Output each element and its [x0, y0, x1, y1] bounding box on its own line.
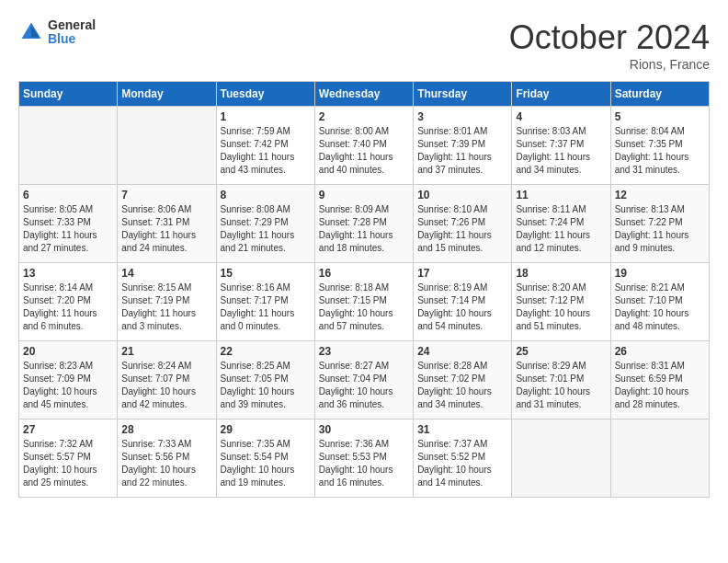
calendar-cell — [610, 419, 709, 498]
sunset-text: Sunset: 7:42 PM — [221, 139, 289, 149]
cell-content: Sunrise: 8:19 AMSunset: 7:14 PMDaylight:… — [417, 282, 507, 333]
sunrise-text: Sunrise: 7:36 AM — [319, 439, 389, 449]
daylight-text: Daylight: 10 hours and 25 minutes. — [23, 465, 97, 488]
sunrise-text: Sunrise: 7:32 AM — [23, 439, 93, 449]
day-number: 9 — [319, 189, 409, 201]
sunset-text: Sunset: 6:59 PM — [615, 373, 683, 384]
calendar-cell: 10Sunrise: 8:10 AMSunset: 7:26 PMDayligh… — [414, 185, 512, 263]
day-number: 16 — [319, 267, 409, 280]
daylight-text: Daylight: 10 hours and 14 minutes. — [417, 465, 492, 488]
cell-content: Sunrise: 8:29 AMSunset: 7:01 PMDaylight:… — [516, 360, 606, 411]
calendar-cell: 28Sunrise: 7:33 AMSunset: 5:56 PMDayligh… — [118, 419, 216, 498]
cell-content: Sunrise: 8:08 AMSunset: 7:29 PMDaylight:… — [221, 203, 311, 255]
daylight-text: Daylight: 11 hours and 0 minutes. — [221, 308, 295, 331]
day-header-friday: Friday — [512, 82, 610, 107]
day-number: 8 — [221, 189, 311, 201]
sunrise-text: Sunrise: 8:24 AM — [121, 361, 191, 371]
daylight-text: Daylight: 10 hours and 31 minutes. — [516, 386, 590, 409]
cell-content: Sunrise: 7:33 AMSunset: 5:56 PMDaylight:… — [121, 438, 211, 489]
cell-content: Sunrise: 8:14 AMSunset: 7:20 PMDaylight:… — [23, 282, 113, 333]
cell-content: Sunrise: 8:25 AMSunset: 7:05 PMDaylight:… — [221, 360, 311, 411]
sunset-text: Sunset: 5:54 PM — [221, 452, 289, 462]
sunset-text: Sunset: 7:35 PM — [615, 139, 683, 149]
sunrise-text: Sunrise: 8:11 AM — [516, 204, 586, 214]
sunset-text: Sunset: 7:37 PM — [516, 139, 584, 149]
cell-content: Sunrise: 8:13 AMSunset: 7:22 PMDaylight:… — [615, 203, 705, 255]
sunrise-text: Sunrise: 8:10 AM — [417, 204, 487, 214]
logo-general-text: General — [48, 18, 96, 32]
sunrise-text: Sunrise: 8:03 AM — [516, 126, 586, 136]
calendar-cell: 4Sunrise: 8:03 AMSunset: 7:37 PMDaylight… — [512, 107, 610, 185]
cell-content: Sunrise: 8:00 AMSunset: 7:40 PMDaylight:… — [319, 125, 409, 177]
calendar-week-row: 6Sunrise: 8:05 AMSunset: 7:33 PMDaylight… — [19, 185, 710, 263]
cell-content: Sunrise: 7:36 AMSunset: 5:53 PMDaylight:… — [319, 438, 409, 489]
daylight-text: Daylight: 11 hours and 15 minutes. — [417, 230, 492, 253]
calendar-cell: 3Sunrise: 8:01 AMSunset: 7:39 PMDaylight… — [414, 107, 512, 185]
month-title: October 2024 — [509, 18, 710, 57]
daylight-text: Daylight: 10 hours and 39 minutes. — [221, 386, 295, 409]
calendar-cell: 17Sunrise: 8:19 AMSunset: 7:14 PMDayligh… — [414, 263, 512, 341]
sunset-text: Sunset: 7:26 PM — [417, 217, 485, 227]
day-header-sunday: Sunday — [19, 82, 118, 107]
cell-content: Sunrise: 8:21 AMSunset: 7:10 PMDaylight:… — [615, 282, 705, 333]
logo-blue-text: Blue — [48, 32, 96, 46]
calendar-table: SundayMondayTuesdayWednesdayThursdayFrid… — [18, 81, 710, 498]
calendar-cell: 6Sunrise: 8:05 AMSunset: 7:33 PMDaylight… — [19, 185, 118, 263]
daylight-text: Daylight: 10 hours and 42 minutes. — [121, 386, 196, 409]
daylight-text: Daylight: 11 hours and 21 minutes. — [221, 230, 295, 253]
daylight-text: Daylight: 11 hours and 9 minutes. — [615, 230, 689, 253]
daylight-text: Daylight: 10 hours and 48 minutes. — [615, 308, 689, 331]
day-header-tuesday: Tuesday — [216, 82, 314, 107]
day-number: 28 — [121, 423, 211, 436]
daylight-text: Daylight: 10 hours and 57 minutes. — [319, 308, 393, 331]
sunset-text: Sunset: 7:20 PM — [23, 295, 91, 305]
cell-content: Sunrise: 8:18 AMSunset: 7:15 PMDaylight:… — [319, 282, 409, 333]
sunset-text: Sunset: 7:14 PM — [417, 295, 485, 305]
day-number: 15 — [221, 267, 311, 280]
cell-content: Sunrise: 7:37 AMSunset: 5:52 PMDaylight:… — [417, 438, 507, 489]
sunrise-text: Sunrise: 7:35 AM — [221, 439, 290, 449]
sunset-text: Sunset: 7:31 PM — [121, 217, 189, 227]
calendar-cell: 7Sunrise: 8:06 AMSunset: 7:31 PMDaylight… — [118, 185, 216, 263]
cell-content: Sunrise: 8:20 AMSunset: 7:12 PMDaylight:… — [516, 282, 606, 333]
sunrise-text: Sunrise: 8:13 AM — [615, 204, 685, 214]
day-number: 26 — [615, 345, 705, 358]
day-number: 5 — [615, 110, 705, 123]
sunset-text: Sunset: 7:09 PM — [23, 373, 91, 384]
cell-content: Sunrise: 8:09 AMSunset: 7:28 PMDaylight:… — [319, 203, 409, 255]
day-number: 7 — [121, 189, 211, 201]
sunset-text: Sunset: 7:10 PM — [615, 295, 683, 305]
daylight-text: Daylight: 11 hours and 40 minutes. — [319, 152, 393, 175]
calendar-cell: 30Sunrise: 7:36 AMSunset: 5:53 PMDayligh… — [314, 419, 413, 498]
sunset-text: Sunset: 5:52 PM — [417, 452, 485, 462]
location: Rions, France — [509, 57, 710, 72]
sunrise-text: Sunrise: 8:23 AM — [23, 361, 93, 371]
day-number: 19 — [615, 267, 705, 280]
sunset-text: Sunset: 7:19 PM — [121, 295, 189, 305]
sunset-text: Sunset: 7:22 PM — [615, 217, 683, 227]
sunset-text: Sunset: 7:01 PM — [516, 373, 584, 384]
day-number: 25 — [516, 345, 606, 358]
sunrise-text: Sunrise: 8:14 AM — [23, 282, 93, 293]
sunset-text: Sunset: 7:39 PM — [417, 139, 485, 149]
calendar-cell: 14Sunrise: 8:15 AMSunset: 7:19 PMDayligh… — [118, 263, 216, 341]
sunset-text: Sunset: 7:05 PM — [221, 373, 289, 384]
day-header-wednesday: Wednesday — [314, 82, 413, 107]
calendar-cell: 8Sunrise: 8:08 AMSunset: 7:29 PMDaylight… — [216, 185, 314, 263]
calendar-cell: 16Sunrise: 8:18 AMSunset: 7:15 PMDayligh… — [314, 263, 413, 341]
day-number: 12 — [615, 189, 705, 201]
cell-content: Sunrise: 7:59 AMSunset: 7:42 PMDaylight:… — [221, 125, 311, 177]
cell-content: Sunrise: 8:03 AMSunset: 7:37 PMDaylight:… — [516, 125, 606, 177]
sunrise-text: Sunrise: 8:15 AM — [121, 282, 191, 293]
sunset-text: Sunset: 7:40 PM — [319, 139, 387, 149]
daylight-text: Daylight: 11 hours and 12 minutes. — [516, 230, 590, 253]
cell-content: Sunrise: 8:16 AMSunset: 7:17 PMDaylight:… — [221, 282, 311, 333]
cell-content: Sunrise: 8:01 AMSunset: 7:39 PMDaylight:… — [417, 125, 507, 177]
sunrise-text: Sunrise: 8:20 AM — [516, 282, 586, 293]
calendar-cell: 20Sunrise: 8:23 AMSunset: 7:09 PMDayligh… — [19, 341, 118, 419]
logo-icon — [18, 19, 44, 45]
sunset-text: Sunset: 7:15 PM — [319, 295, 387, 305]
day-number: 27 — [23, 423, 113, 436]
sunrise-text: Sunrise: 8:00 AM — [319, 126, 389, 136]
calendar-cell: 2Sunrise: 8:00 AMSunset: 7:40 PMDaylight… — [314, 107, 413, 185]
